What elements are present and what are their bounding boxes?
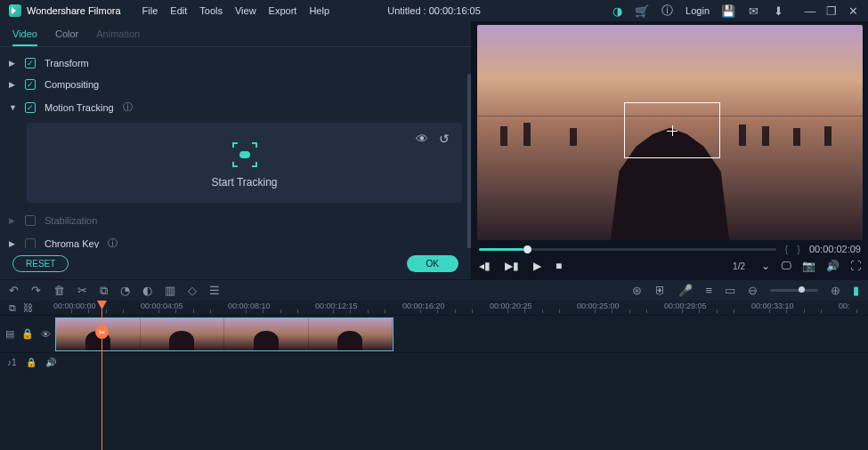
info-icon[interactable]: ⓘ [661,4,673,17]
audio-track: ♪1 🔒 🔊 [0,352,868,372]
start-tracking-icon[interactable] [232,142,257,167]
help-icon[interactable]: ⓘ [108,237,118,248]
video-preview[interactable] [477,25,863,240]
timeline-ruler[interactable]: 00:00:00:0000:00:04:0500:00:08:1000:00:1… [53,301,868,315]
preview-scrubber[interactable] [479,248,776,251]
mic-icon[interactable]: 🎤 [678,284,693,297]
panel-footer: RESET OK [0,248,471,279]
message-icon[interactable]: ✉ [747,4,759,17]
tab-color[interactable]: Color [55,28,78,46]
caret-icon: ▶ [9,216,16,225]
green-screen-icon[interactable]: ▥ [165,284,175,297]
split-icon[interactable]: ✂ [77,284,87,297]
stop-icon[interactable]: ■ [556,260,562,272]
chevron-down-icon[interactable]: ⌄ [761,260,770,272]
menu-view[interactable]: View [235,5,256,16]
cart-icon[interactable]: 🛒 [636,4,648,17]
menu-file[interactable]: File [142,5,158,16]
play-icon[interactable]: ▶▮ [505,260,519,272]
titlebar-right: ◑ 🛒 ⓘ Login 💾 ✉ ⬇ — ❐ ✕ [611,4,859,17]
tab-video[interactable]: Video [12,28,37,46]
timeline: ⧉ ⛓ 00:00:00:0000:00:04:0500:00:08:1000:… [0,301,868,450]
eye-icon[interactable]: 👁 [41,329,51,340]
tracking-panel: 👁 ↺ Start Tracking [27,123,462,203]
zoom-in-icon[interactable]: ⊕ [831,284,840,297]
track-settings-icon[interactable]: ▤ [5,328,14,340]
delete-icon[interactable]: 🗑 [53,284,65,297]
menu-edit[interactable]: Edit [170,5,187,16]
prop-compositing[interactable]: ▶ Compositing [9,74,462,95]
reset-button[interactable]: RESET [12,255,69,272]
save-icon[interactable]: 💾 [722,4,734,17]
label-transform: Transform [45,58,89,68]
document-title: Untitled : 00:00:16:05 [387,5,481,16]
tracker-rectangle[interactable] [624,102,720,158]
scrubber-thumb[interactable] [523,245,531,253]
support-icon[interactable]: ◑ [611,4,623,17]
ruler-timestamp: 00:00:33:10 [751,301,794,310]
lock-icon[interactable]: 🔒 [21,328,34,340]
menu-export[interactable]: Export [269,5,297,16]
shield-icon[interactable]: ⛨ [654,284,666,297]
ok-button[interactable]: OK [407,255,458,272]
volume-icon[interactable]: 🔊 [826,260,840,272]
download-icon[interactable]: ⬇ [772,4,784,17]
prop-transform[interactable]: ▶ Transform [9,52,462,74]
prop-motion-tracking[interactable]: ▼ Motion Tracking ⓘ [9,95,462,119]
help-icon[interactable]: ⓘ [123,100,133,114]
ruler-timestamp: 00:00:12:15 [315,301,358,310]
mark-out-icon[interactable]: } [797,244,800,254]
zoom-fit-icon[interactable]: ▮ [853,284,859,297]
label-compositing: Compositing [45,79,99,90]
speed-icon[interactable]: ◔ [120,284,130,297]
crop-icon[interactable]: ⧉ [100,284,108,298]
checkbox-stabilization[interactable] [25,215,36,226]
mark-in-icon[interactable]: { [785,244,789,254]
undo-icon[interactable]: ↶ [9,284,19,297]
maximize-icon[interactable]: ❐ [825,4,838,17]
redo-icon[interactable]: ↷ [31,284,41,297]
menu-help[interactable]: Help [309,5,329,16]
color-icon[interactable]: ◐ [142,284,152,297]
playhead-cut-icon[interactable]: ✂ [95,325,109,339]
equalizer-icon[interactable]: ≡ [705,284,712,297]
start-tracking-label[interactable]: Start Tracking [211,176,277,189]
snapshot-icon[interactable]: 📷 [802,260,815,272]
duplicate-icon[interactable]: ⧉ [9,302,16,314]
close-icon[interactable]: ✕ [847,4,859,17]
property-tabs: Video Color Animation [0,21,471,47]
settings-icon[interactable]: ☰ [209,284,220,297]
marker-icon[interactable]: ▭ [725,284,735,297]
audio-track-label: ♪1 [7,358,17,367]
ruler-timestamp: 00:00:25:00 [577,301,620,310]
prop-chroma-key[interactable]: ▶ Chroma Key ⓘ [9,231,462,248]
prev-frame-icon[interactable]: ◂▮ [479,260,491,272]
login-link[interactable]: Login [685,5,710,16]
zoom-slider[interactable] [770,289,818,292]
menu-tools[interactable]: Tools [199,5,223,16]
checkbox-compositing[interactable] [25,79,36,90]
preview-ratio[interactable]: 1/2 [733,261,750,271]
prop-stabilization[interactable]: ▶ Stabilization [9,210,462,231]
mixer-icon[interactable]: ⊛ [632,284,642,297]
tab-animation[interactable]: Animation [96,28,140,46]
scrubber-progress [479,248,523,251]
playhead[interactable]: ✂ [101,301,102,450]
fullscreen-icon[interactable]: ⛶ [850,260,861,272]
minimize-icon[interactable]: — [804,4,816,17]
timeline-header: ⧉ ⛓ 00:00:00:0000:00:04:0500:00:08:1000:… [0,301,868,315]
link-icon[interactable]: ⛓ [23,302,33,314]
checkbox-chroma-key[interactable] [25,238,36,249]
audio-mute-icon[interactable]: 🔊 [45,358,56,367]
keyframe-icon[interactable]: ◇ [188,284,197,297]
checkbox-transform[interactable] [25,58,36,68]
reset-tracking-icon[interactable]: ↺ [439,132,450,146]
display-icon[interactable]: 🖵 [781,260,791,272]
visibility-icon[interactable]: 👁 [416,132,428,146]
play-forward-icon[interactable]: ▶ [533,260,541,272]
video-track-body[interactable] [53,316,868,352]
scrollbar[interactable] [467,74,471,248]
audio-lock-icon[interactable]: 🔒 [26,358,37,367]
zoom-out-icon[interactable]: ⊖ [748,284,758,297]
checkbox-motion-tracking[interactable] [25,102,36,113]
